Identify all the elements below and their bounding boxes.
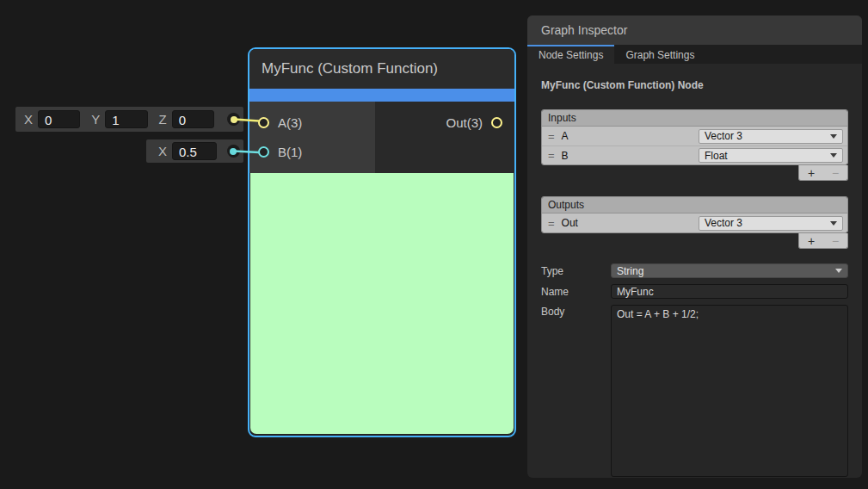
input-b-type-value: Float: [705, 150, 830, 162]
port-a-icon[interactable]: [258, 117, 269, 128]
type-value: String: [617, 265, 835, 277]
outputs-list-box: Outputs = Out Vector 3: [541, 196, 848, 233]
inspector-body: MyFunc (Custom Function) Node Inputs = A…: [527, 64, 862, 477]
vector3-x-label: X: [24, 112, 33, 127]
node-output-ports: Out(3): [375, 102, 514, 173]
node-header[interactable]: MyFunc (Custom Function): [249, 49, 514, 89]
input-row-b-name: B: [562, 150, 569, 162]
port-b-icon[interactable]: [258, 146, 269, 158]
graph-inspector-panel: Graph Inspector Node Settings Graph Sett…: [527, 15, 862, 478]
input-row-a-name: A: [562, 130, 569, 142]
type-label: Type: [541, 264, 611, 277]
port-socket: [227, 113, 240, 126]
drag-handle-icon[interactable]: =: [548, 130, 554, 143]
output-port-row-out: Out(3): [375, 108, 514, 137]
inputs-list-box: Inputs = A Vector 3 = B Float: [541, 109, 848, 165]
tab-graph-settings[interactable]: Graph Settings: [614, 45, 705, 64]
input-b-type-dropdown[interactable]: Float: [699, 148, 843, 163]
name-label: Name: [541, 285, 611, 298]
name-row: Name MyFunc: [541, 284, 848, 299]
port-dot-icon: [231, 116, 237, 123]
body-label: Body: [541, 305, 611, 318]
remove-input-button[interactable]: −: [832, 167, 839, 179]
node-settings-heading: MyFunc (Custom Function) Node: [541, 79, 848, 91]
vector3-input-widget: X 0 Y 1 Z 0: [15, 107, 243, 132]
chevron-down-icon: [830, 134, 837, 139]
outputs-list-title: Outputs: [548, 199, 584, 211]
output-out-type-value: Vector 3: [705, 217, 830, 229]
output-row-out[interactable]: = Out Vector 3: [542, 214, 847, 232]
inputs-list-footer: + −: [798, 165, 848, 181]
inspector-titlebar[interactable]: Graph Inspector: [527, 15, 862, 45]
vector3-output-port[interactable]: [225, 110, 243, 129]
node-title: MyFunc (Custom Function): [262, 60, 438, 77]
output-row-out-name: Out: [562, 217, 578, 229]
body-row: Body Out = A + B + 1/2;: [541, 305, 848, 477]
input-row-b[interactable]: = B Float: [542, 145, 847, 164]
input-port-row-b: B(1): [249, 137, 375, 166]
port-dot-icon: [230, 148, 237, 155]
node-input-ports: A(3) B(1): [249, 102, 375, 173]
function-properties: Type String Name MyFunc Body Out = A + B…: [541, 263, 848, 477]
inputs-list-title: Inputs: [548, 112, 576, 124]
float-output-port[interactable]: [224, 142, 243, 161]
inputs-list-header: Inputs: [542, 110, 847, 127]
tab-node-settings[interactable]: Node Settings: [527, 45, 614, 64]
port-out-icon[interactable]: [491, 117, 502, 128]
drag-handle-icon[interactable]: =: [548, 217, 554, 230]
drag-handle-icon[interactable]: =: [548, 149, 554, 162]
chevron-down-icon: [830, 221, 837, 226]
outputs-list-header: Outputs: [542, 197, 847, 214]
chevron-down-icon: [830, 153, 837, 158]
node-ports: A(3) B(1) Out(3): [249, 102, 514, 173]
chevron-down-icon: [835, 269, 842, 273]
add-output-button[interactable]: +: [808, 235, 815, 247]
port-a-label: A(3): [278, 115, 302, 130]
port-socket: [227, 145, 240, 158]
float-x-label: X: [158, 144, 167, 158]
output-out-type-dropdown[interactable]: Vector 3: [699, 216, 843, 231]
add-input-button[interactable]: +: [808, 167, 815, 179]
input-row-a[interactable]: = A Vector 3: [542, 127, 847, 145]
port-out-label: Out(3): [446, 115, 483, 130]
vector3-z-field[interactable]: 0: [172, 110, 214, 128]
inspector-tabbar: Node Settings Graph Settings: [527, 45, 862, 64]
type-row: Type String: [541, 263, 848, 278]
input-a-type-dropdown[interactable]: Vector 3: [699, 129, 843, 144]
vector3-y-field[interactable]: 1: [105, 110, 147, 128]
outputs-list-footer: + −: [798, 233, 848, 249]
node-preview: [250, 173, 514, 434]
inputs-list-footer-wrap: + −: [541, 165, 848, 181]
type-dropdown[interactable]: String: [611, 263, 848, 278]
vector3-z-label: Z: [159, 112, 167, 127]
body-field[interactable]: Out = A + B + 1/2;: [611, 305, 848, 477]
inputs-list: Inputs = A Vector 3 = B Float: [541, 109, 848, 181]
vector3-y-label: Y: [91, 112, 100, 127]
tab-node-settings-label: Node Settings: [539, 49, 603, 61]
tab-graph-settings-label: Graph Settings: [625, 49, 694, 61]
float-input-widget: X 0.5: [146, 139, 243, 163]
input-a-type-value: Vector 3: [705, 130, 830, 142]
node-accent-bar: [249, 89, 514, 102]
outputs-list: Outputs = Out Vector 3 + −: [541, 196, 848, 249]
float-x-field[interactable]: 0.5: [172, 142, 217, 160]
vector3-x-field[interactable]: 0: [38, 110, 80, 128]
port-b-label: B(1): [278, 145, 302, 159]
remove-output-button[interactable]: −: [832, 235, 839, 247]
inspector-title: Graph Inspector: [541, 23, 627, 37]
custom-function-node[interactable]: MyFunc (Custom Function) A(3) B(1) Out(3…: [248, 47, 516, 437]
input-port-row-a: A(3): [249, 108, 375, 137]
outputs-list-footer-wrap: + −: [541, 233, 848, 249]
name-field[interactable]: MyFunc: [611, 284, 848, 299]
